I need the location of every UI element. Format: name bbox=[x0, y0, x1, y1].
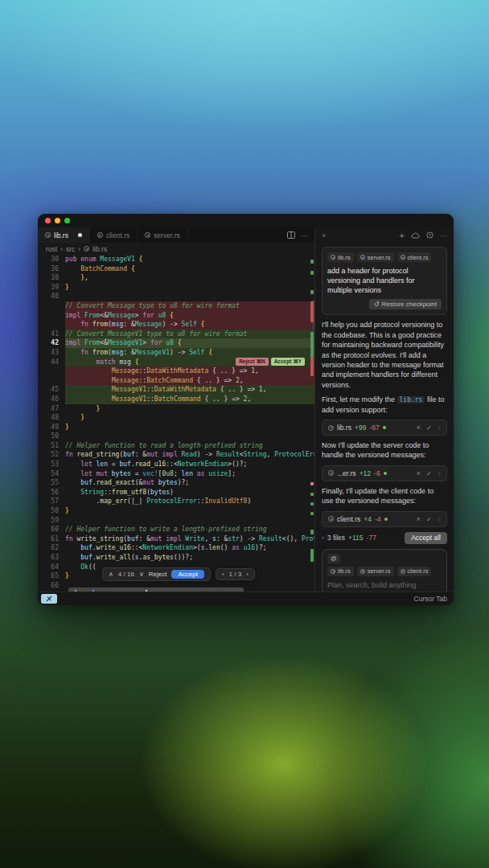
context-chip-lib-rs[interactable]: lib.rs bbox=[327, 252, 354, 262]
expand-file-icon[interactable]: ↕ bbox=[438, 515, 441, 523]
code-line[interactable]: 63 buf.write_all(s.as_bytes())?; bbox=[38, 553, 314, 563]
cursor-tab-status[interactable]: Cursor Tab bbox=[414, 595, 447, 603]
code-line[interactable]: 39} bbox=[38, 283, 314, 293]
inline-code-lib-rs[interactable]: lib.rs bbox=[397, 396, 425, 403]
chip-label: client.rs bbox=[408, 567, 429, 575]
code-line[interactable]: 36 BatchCommand { bbox=[38, 264, 314, 274]
inline-reject-button[interactable]: Reject ⌘N bbox=[236, 358, 269, 366]
split-editor-icon[interactable] bbox=[287, 231, 295, 239]
code-line-added[interactable]: 45 MessageV1::DataWithMetadata { .. } =>… bbox=[38, 385, 314, 395]
accept-file-icon[interactable]: ✓ bbox=[426, 515, 432, 523]
chat-input-box[interactable]: @ lib.rsserver.rsclient.rs Plan, search,… bbox=[322, 549, 447, 592]
code-line[interactable]: 49} bbox=[38, 423, 314, 432]
code-line-deleted[interactable]: Message::BatchCommand { .. } => 2, bbox=[38, 376, 314, 386]
code-editor[interactable]: 30pub enum MessageV1 {36 BatchCommand {3… bbox=[38, 255, 314, 592]
tab-lib-rs[interactable]: lib.rs bbox=[38, 227, 90, 243]
code-line[interactable]: 52fn read_string(buf: &mut impl Read) ->… bbox=[38, 450, 314, 460]
ruler-mark bbox=[310, 271, 314, 275]
code-line[interactable]: 57 .map_err(|_| ProtocolError::InvalidUt… bbox=[38, 497, 314, 506]
context-chip-server-rs[interactable]: server.rs bbox=[357, 252, 394, 262]
expand-files-icon[interactable]: › bbox=[322, 534, 324, 542]
overview-ruler[interactable] bbox=[310, 255, 314, 592]
code-line-added[interactable]: 42impl From<&MessageV1> for u8 { bbox=[38, 338, 314, 348]
chat-collapse-icon[interactable]: ∨ bbox=[322, 232, 326, 239]
input-chip-lib-rs[interactable]: lib.rs bbox=[327, 567, 354, 576]
editor-tab-bar: lib.rs client.rs server.rs ··· bbox=[38, 227, 314, 243]
chat-more-actions-icon[interactable]: ··· bbox=[440, 231, 447, 240]
code-line[interactable]: 60// Helper function to write a length-p… bbox=[38, 525, 314, 534]
prev-file-icon[interactable]: ‹ bbox=[222, 571, 224, 578]
mention-button[interactable]: @ bbox=[327, 554, 340, 563]
code-line[interactable]: 51// Helper function to read a length-pr… bbox=[38, 441, 314, 451]
editor-more-actions-icon[interactable]: ··· bbox=[302, 231, 309, 240]
accept-file-icon[interactable]: ✓ bbox=[426, 469, 432, 477]
line-number bbox=[38, 366, 65, 376]
line-number: 59 bbox=[38, 516, 65, 526]
code-line[interactable]: 47 } bbox=[38, 404, 314, 414]
code-line[interactable]: 30pub enum MessageV1 { bbox=[38, 255, 314, 264]
breadcrumb-item-rust[interactable]: rust bbox=[46, 245, 57, 253]
line-number: 42 bbox=[38, 338, 65, 348]
remote-indicator-badge[interactable] bbox=[41, 594, 57, 604]
code-line-added[interactable]: 41// Convert MessageV1 type to u8 for wi… bbox=[38, 330, 314, 339]
code-line-deleted[interactable]: fn from(msg: &Message) -> Self { bbox=[38, 320, 314, 330]
tab-client-rs[interactable]: client.rs bbox=[90, 227, 138, 243]
expand-file-icon[interactable]: ↕ bbox=[438, 424, 441, 432]
minimize-window-button[interactable] bbox=[55, 218, 60, 223]
accept-file-icon[interactable]: ✓ bbox=[426, 424, 432, 432]
code-line[interactable]: 50 bbox=[38, 432, 314, 441]
close-window-button[interactable] bbox=[45, 218, 51, 223]
input-chip-client-rs[interactable]: client.rs bbox=[397, 567, 432, 576]
file-change-card-lib-rs[interactable]: lib.rs +99 -67 × ✓ ↕ bbox=[322, 420, 447, 436]
context-chip-client-rs[interactable]: client.rs bbox=[397, 252, 432, 262]
code-text: }, bbox=[65, 273, 314, 283]
code-line[interactable]: 62 buf.write_u16::<NetworkEndian>(s.len(… bbox=[38, 543, 314, 553]
rust-file-icon bbox=[145, 232, 150, 238]
reject-file-icon[interactable]: × bbox=[417, 424, 421, 432]
chip-label: client.rs bbox=[408, 254, 429, 261]
expand-file-icon[interactable]: ↕ bbox=[438, 469, 441, 477]
code-line[interactable]: 40 bbox=[38, 292, 314, 301]
code-line-added[interactable]: 43 fn from(msg: &MessageV1) -> Self { bbox=[38, 348, 314, 358]
code-line-added[interactable]: 46 MessageV1::BatchCommand { .. } => 2, bbox=[38, 395, 314, 404]
reject-file-icon[interactable]: × bbox=[417, 515, 421, 523]
breadcrumb-item-file[interactable]: lib.rs bbox=[92, 245, 107, 253]
editor-window: lib.rs client.rs server.rs ··· bbox=[38, 214, 454, 605]
file-change-card-server-rs[interactable]: ...er.rs +12 -6 × ✓ ↕ bbox=[322, 465, 447, 481]
prev-diff-icon[interactable]: ∧ bbox=[109, 571, 113, 578]
line-number: 62 bbox=[38, 543, 65, 553]
code-line-deleted[interactable]: impl From<&Message> for u8 { bbox=[38, 311, 314, 321]
inline-accept-button[interactable]: Accept ⌘Y bbox=[271, 358, 305, 366]
accept-button[interactable]: Accept bbox=[171, 570, 203, 579]
chat-input-placeholder[interactable]: Plan, search, build anything bbox=[327, 581, 442, 589]
code-line[interactable]: 56 String::from_utf8(bytes) bbox=[38, 488, 314, 497]
file-change-card-client-rs[interactable]: client.rs +4 -4 × ✓ ↕ bbox=[322, 511, 447, 527]
code-line[interactable]: 54 let mut bytes = vec![0u8; len as usiz… bbox=[38, 469, 314, 479]
code-line[interactable]: 48 } bbox=[38, 413, 314, 423]
reject-file-icon[interactable]: × bbox=[417, 469, 421, 477]
code-line[interactable]: 53 let len = buf.read_u16::<NetworkEndia… bbox=[38, 460, 314, 469]
accept-all-button[interactable]: Accept all bbox=[405, 532, 447, 544]
next-file-icon[interactable]: › bbox=[246, 571, 249, 578]
breadcrumb-item-src[interactable]: src bbox=[66, 245, 75, 253]
code-line-deleted[interactable]: // Convert Message type to u8 for wire f… bbox=[38, 301, 314, 311]
window-titlebar[interactable] bbox=[38, 214, 454, 227]
tab-server-rs[interactable]: server.rs bbox=[138, 227, 188, 243]
code-line[interactable]: 55 buf.read_exact(&mut bytes)?; bbox=[38, 478, 314, 488]
reject-button[interactable]: Reject bbox=[149, 571, 167, 578]
cloud-icon[interactable] bbox=[411, 232, 420, 239]
added-lines-count: +4 bbox=[364, 515, 372, 523]
input-chip-server-rs[interactable]: server.rs bbox=[357, 567, 394, 576]
code-text: buf.read_exact(&mut bytes)?; bbox=[65, 478, 314, 488]
code-line[interactable]: 61fn write_string(buf: &mut impl Write, … bbox=[38, 534, 314, 544]
history-icon[interactable] bbox=[426, 231, 434, 239]
next-diff-icon[interactable]: ∨ bbox=[139, 571, 144, 578]
restore-checkpoint-button[interactable]: ↺ Restore checkpoint bbox=[369, 299, 442, 309]
new-chat-icon[interactable]: + bbox=[400, 231, 405, 240]
code-line[interactable]: 58} bbox=[38, 506, 314, 516]
line-number: 65 bbox=[38, 571, 65, 581]
maximize-window-button[interactable] bbox=[64, 218, 70, 223]
code-line[interactable]: 59 bbox=[38, 516, 314, 526]
code-line-deleted[interactable]: Message::DataWithMetadata { .. } => 1, bbox=[38, 366, 314, 376]
code-line[interactable]: 38 }, bbox=[38, 273, 314, 283]
